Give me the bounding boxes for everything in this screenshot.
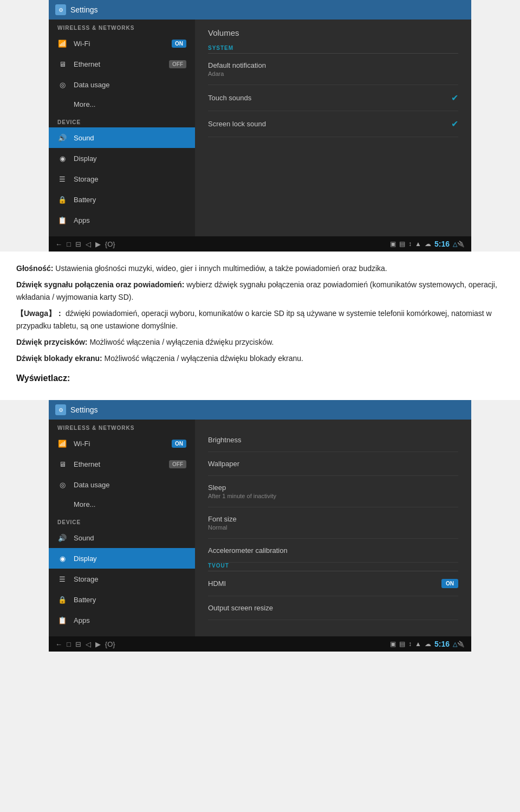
- title-text-1: Settings: [70, 5, 98, 14]
- content-panel-1: Volumes SYSTEM Default notification Adar…: [195, 20, 471, 236]
- ethernet-label-2: Ethernet: [74, 460, 100, 468]
- description-block: Głośność: Ustawienia głośności muzyki, w…: [0, 252, 520, 400]
- item-notification-text: Default notification Adara: [208, 61, 266, 77]
- display-icon-1: ◉: [57, 153, 67, 163]
- status-bar-1: ← □ ⊟ ◁ ▶ {O} ▣ ▤ ↕ ▲ ☁ 5:16 △🔌: [49, 236, 471, 252]
- recent-icon-1[interactable]: ⊟: [75, 240, 81, 248]
- desc-gloss: Głośność: Ustawienia głośności muzyki, w…: [16, 262, 504, 274]
- ethernet-toggle-2[interactable]: OFF: [169, 460, 186, 468]
- recent-icon-2[interactable]: ⊟: [75, 640, 81, 648]
- screen-lock-checkmark: ✔: [451, 119, 458, 129]
- usb-icon-1: ↕: [408, 240, 412, 248]
- signal-icon-1: ▤: [399, 240, 405, 248]
- more-label-1: More...: [57, 100, 95, 108]
- battery-status-1: △🔌: [453, 241, 465, 248]
- content-item-screenresize[interactable]: Output screen resize: [208, 596, 458, 620]
- wysietlacz-heading: Wyświetlacz:: [16, 371, 504, 385]
- content-item-screen-lock[interactable]: Screen lock sound ✔: [208, 111, 458, 137]
- item-sleep-label: Sleep: [208, 484, 276, 492]
- datausage-label-2: Data usage: [74, 481, 110, 489]
- desc-dzwiek1-bold: Dźwięk sygnału połączenia oraz powiadomi…: [16, 280, 184, 289]
- sidebar-item-sound-1[interactable]: 🔊 Sound: [49, 127, 195, 148]
- sidebar-item-sound-2[interactable]: 🔊 Sound: [49, 527, 195, 548]
- hdmi-toggle[interactable]: ON: [441, 579, 458, 588]
- item-sleep-main: Sleep After 1 minute of inactivity: [208, 484, 276, 499]
- item-screenresize-label: Output screen resize: [208, 604, 273, 612]
- desc-gloss-bold: Głośność:: [16, 264, 53, 273]
- ethernet-toggle-1[interactable]: OFF: [169, 60, 186, 68]
- ethernet-icon-1: 🖥: [57, 59, 67, 69]
- home-icon-2[interactable]: □: [67, 640, 71, 648]
- cloud-icon-1: ☁: [425, 240, 431, 248]
- apps-label-2: Apps: [74, 616, 90, 624]
- display-label-2: Display: [74, 555, 97, 563]
- cloud-icon-2: ☁: [425, 640, 431, 648]
- sidebar-item-storage-2[interactable]: ☰ Storage: [49, 569, 195, 589]
- back-icon-2[interactable]: ←: [55, 640, 62, 648]
- sound-label-1: Sound: [74, 134, 94, 142]
- sidebar-item-battery-2[interactable]: 🔒 Battery: [49, 589, 195, 610]
- touch-sounds-checkmark: ✔: [451, 93, 458, 103]
- sidebar-item-storage-1[interactable]: ☰ Storage: [49, 169, 195, 189]
- sidebar-item-display-1[interactable]: ◉ Display: [49, 148, 195, 169]
- desc-dzwiek1: Dźwięk sygnału połączenia oraz powiadomi…: [16, 279, 504, 303]
- content-item-touch-sounds[interactable]: Touch sounds ✔: [208, 85, 458, 111]
- vol-down-icon-2[interactable]: ◁: [86, 640, 91, 648]
- sound-label-2: Sound: [74, 534, 94, 542]
- sidebar-item-ethernet-1[interactable]: 🖥 Ethernet OFF: [49, 54, 195, 74]
- sidebar-item-more-1[interactable]: More...: [49, 95, 195, 114]
- desc-dzwiek3-bold: Dźwięk blokady ekranu:: [16, 354, 102, 363]
- content-item-accelerometer[interactable]: Accelerometer calibration: [208, 539, 458, 563]
- item-fontsize-sub: Normal: [208, 524, 237, 531]
- sidebar-item-datausage-2[interactable]: ◎ Data usage: [49, 474, 195, 495]
- content-item-sleep[interactable]: Sleep After 1 minute of inactivity: [208, 476, 458, 507]
- content-item-fontsize[interactable]: Font size Normal: [208, 507, 458, 539]
- display-label-1: Display: [74, 154, 97, 163]
- brightness-icon-2[interactable]: {O}: [105, 640, 115, 648]
- vol-up-icon-1[interactable]: ▶: [95, 240, 101, 248]
- wifi-toggle-2[interactable]: ON: [172, 440, 186, 448]
- sidebar-item-display-2[interactable]: ◉ Display: [49, 548, 195, 569]
- home-icon-1[interactable]: □: [67, 240, 71, 248]
- battery-label-2: Battery: [74, 596, 96, 604]
- wifi-label-2: Wi-Fi: [74, 440, 90, 448]
- storage-label-2: Storage: [74, 575, 99, 583]
- vol-down-icon-1[interactable]: ◁: [86, 240, 91, 248]
- settings-icon-1: ⚙: [55, 4, 66, 15]
- sound-icon-1: 🔊: [57, 133, 67, 143]
- sidebar-item-battery-1[interactable]: 🔒 Battery: [49, 189, 195, 210]
- sidebar-item-apps-1[interactable]: 📋 Apps: [49, 210, 195, 230]
- wifi-toggle-1[interactable]: ON: [172, 40, 186, 48]
- tvout-label: TVOUT: [208, 563, 458, 571]
- desc-dzwiek2-bold: Dźwięk przycisków:: [16, 338, 88, 346]
- item-accel-label: Accelerometer calibration: [208, 546, 288, 555]
- sidebar-item-wifi-2[interactable]: 📶 Wi-Fi ON: [49, 433, 195, 454]
- content-item-wallpaper[interactable]: Wallpaper: [208, 452, 458, 476]
- sidebar-item-datausage-1[interactable]: ◎ Data usage: [49, 74, 195, 95]
- desc-uwaga-rest: dźwięki powiadomień, operacji wyboru, ko…: [16, 309, 492, 330]
- apps-label-1: Apps: [74, 216, 90, 224]
- storage-label-1: Storage: [74, 175, 99, 183]
- sidebar-item-apps-2[interactable]: 📋 Apps: [49, 610, 195, 630]
- section-label-networks-1: WIRELESS & NETWORKS: [49, 20, 195, 33]
- datausage-icon-1: ◎: [57, 80, 67, 89]
- signal-icon-2: ▤: [399, 640, 405, 648]
- brightness-icon-1[interactable]: {O}: [105, 240, 115, 248]
- battery-icon-2: 🔒: [57, 595, 67, 604]
- screen-icon-1: ▣: [390, 240, 396, 248]
- datausage-icon-2: ◎: [57, 480, 67, 489]
- alert-icon-1: ▲: [415, 240, 421, 248]
- title-text-2: Settings: [70, 405, 98, 414]
- sidebar-item-more-2[interactable]: More...: [49, 495, 195, 514]
- battery-icon-1: 🔒: [57, 195, 67, 204]
- vol-up-icon-2[interactable]: ▶: [95, 640, 101, 648]
- sidebar-item-ethernet-2[interactable]: 🖥 Ethernet OFF: [49, 454, 195, 474]
- wifi-icon-1: 📶: [57, 38, 67, 48]
- content-item-brightness[interactable]: Brightness: [208, 428, 458, 452]
- usb-icon-2: ↕: [408, 640, 412, 648]
- content-item-hdmi[interactable]: HDMI ON: [208, 571, 458, 596]
- back-icon-1[interactable]: ←: [55, 240, 62, 248]
- sidebar-item-wifi-1[interactable]: 📶 Wi-Fi ON: [49, 33, 195, 54]
- section-label-networks-2: WIRELESS & NETWORKS: [49, 420, 195, 433]
- content-item-notification[interactable]: Default notification Adara: [208, 54, 458, 85]
